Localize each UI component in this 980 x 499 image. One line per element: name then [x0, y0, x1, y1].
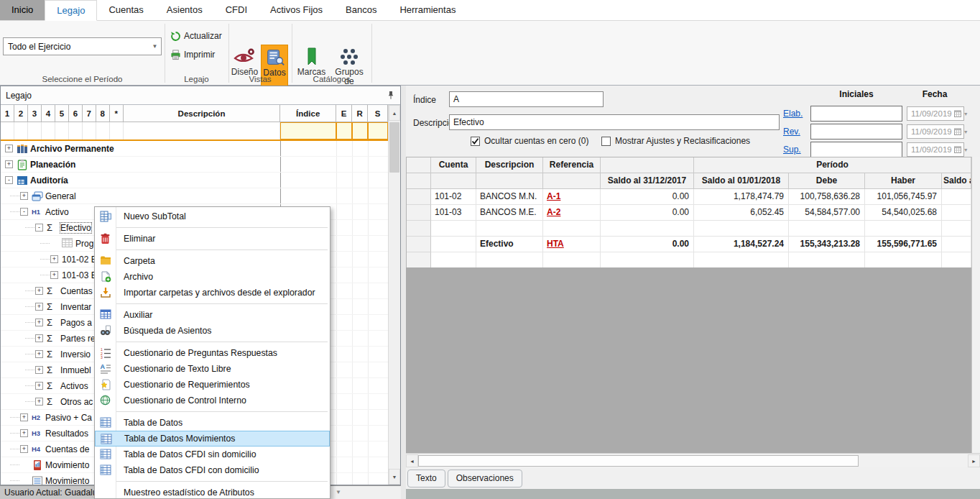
- sup-iniciales-input[interactable]: [810, 142, 902, 157]
- tree-filter-cell[interactable]: [14, 122, 28, 139]
- tree-column-header-6[interactable]: 6: [69, 105, 83, 122]
- cell-saldo-2017[interactable]: 0.00: [601, 189, 694, 205]
- tree-column-header-s[interactable]: S: [368, 105, 388, 122]
- expand-icon[interactable]: +: [35, 366, 43, 374]
- tree-column-header-5[interactable]: 5: [55, 105, 69, 122]
- scroll-right-arrow[interactable]: ►: [968, 454, 980, 467]
- tree-column-header-[interactable]: *: [110, 105, 124, 122]
- cell-debe[interactable]: [789, 221, 865, 237]
- expand-icon[interactable]: +: [50, 255, 58, 263]
- tree-column-header-descripcion[interactable]: Descripción: [124, 105, 281, 122]
- cell-referencia[interactable]: HTA: [543, 237, 601, 252]
- cell-referencia[interactable]: A-2: [543, 205, 601, 221]
- column-header-saldo-al-01-01-2018[interactable]: Saldo al 01/01/2018: [694, 173, 789, 189]
- cell-saldo-2018[interactable]: 1,178,474.79: [694, 189, 789, 205]
- cell-debe[interactable]: 155,343,213.28: [789, 237, 865, 252]
- reference-link[interactable]: A-1: [547, 191, 560, 201]
- cell-saldo-al[interactable]: [942, 252, 971, 268]
- rev-iniciales-input[interactable]: [810, 124, 902, 139]
- imprimir-button[interactable]: Imprimir: [168, 47, 217, 62]
- menu-item-importar-carpetas-y-archivos-desde-el-explorador[interactable]: Importar carpetas y archivos desde el ex…: [95, 285, 330, 301]
- ribbon-tab-legajo[interactable]: Legajo: [45, 0, 97, 21]
- menu-item-auxiliar[interactable]: Auxiliar: [95, 307, 330, 323]
- tree-column-header-1[interactable]: 1: [1, 105, 14, 122]
- tree-filter-cell[interactable]: [28, 122, 42, 139]
- expand-icon[interactable]: +: [5, 145, 13, 152]
- cell-saldo-al[interactable]: [942, 205, 971, 221]
- collapse-icon[interactable]: -: [5, 176, 13, 184]
- expand-icon[interactable]: +: [20, 413, 28, 421]
- cell-saldo-2017[interactable]: [601, 221, 694, 237]
- cell-debe[interactable]: 100,758,636.28: [789, 189, 865, 205]
- cell-saldo-2018[interactable]: 1,184,527.24: [694, 237, 789, 252]
- tree-filter-cell[interactable]: [368, 122, 388, 139]
- tree-filter-cell[interactable]: [110, 122, 124, 139]
- tree-vertical-scrollbar[interactable]: ▲ ▼: [388, 105, 400, 485]
- menu-item-cuestionario-de-preguntas-respuestas[interactable]: 123Cuestionario de Preguntas Respuestas: [95, 345, 330, 361]
- menu-item-tabla-de-datos-movimientos[interactable]: Tabla de Datos Movimientos: [95, 431, 330, 447]
- column-header-saldo-al-31-12-2017[interactable]: Saldo al 31/12/2017: [601, 173, 694, 189]
- tree-filter-cell[interactable]: [69, 122, 83, 139]
- scrollbar-thumb[interactable]: [389, 122, 399, 173]
- tree-filter-cell[interactable]: [42, 122, 55, 139]
- expand-icon[interactable]: +: [35, 334, 43, 342]
- elab-date-picker[interactable]: 11/09/2019▼: [907, 106, 964, 121]
- chevron-down-icon[interactable]: ▼: [149, 43, 161, 50]
- ribbon-tab-bancos[interactable]: Bancos: [334, 0, 388, 20]
- cell-referencia[interactable]: A-1: [543, 189, 601, 205]
- ribbon-tab-cuentas[interactable]: Cuentas: [97, 0, 154, 20]
- scroll-down-arrow[interactable]: ▼: [389, 469, 400, 485]
- pin-icon[interactable]: [387, 91, 395, 100]
- cell-debe[interactable]: [789, 252, 865, 268]
- scroll-up-arrow[interactable]: ▲: [389, 105, 400, 121]
- cell-haber[interactable]: [865, 221, 942, 237]
- cell-descripcion[interactable]: Efectivo: [476, 237, 543, 252]
- collapse-icon[interactable]: -: [20, 208, 28, 216]
- tree-item-planeacion[interactable]: +Planeación: [1, 157, 388, 173]
- tree-column-header-3[interactable]: 3: [28, 105, 42, 122]
- menu-item-tabla-de-datos[interactable]: Tabla de Datos: [95, 415, 330, 431]
- rev-link[interactable]: Rev.: [783, 127, 800, 137]
- cell-haber[interactable]: [865, 252, 942, 268]
- cell-cuenta[interactable]: 101-03: [431, 205, 476, 221]
- column-header-referencia[interactable]: Referencia: [543, 157, 601, 173]
- expand-icon[interactable]: +: [35, 287, 43, 295]
- tree-column-header-e[interactable]: E: [336, 105, 352, 122]
- column-header-descripcion[interactable]: Descripcion: [476, 157, 543, 173]
- elab-link[interactable]: Elab.: [783, 109, 803, 119]
- tree-item-auditoria[interactable]: -Auditoría: [1, 173, 388, 188]
- row-header-cell[interactable]: [407, 252, 431, 268]
- expand-icon[interactable]: +: [20, 429, 28, 437]
- menu-item-cuestionario-de-texto-libre[interactable]: ACuestionario de Texto Libre: [95, 361, 330, 377]
- menu-item-eliminar[interactable]: Eliminar: [95, 231, 330, 247]
- cell-saldo-2018[interactable]: [694, 252, 789, 268]
- column-header-periodo[interactable]: Período: [694, 157, 971, 173]
- cell-descripcion[interactable]: [476, 252, 543, 268]
- cell-descripcion[interactable]: BANCOS M.N.: [476, 189, 543, 205]
- expand-icon[interactable]: +: [35, 350, 43, 358]
- mostrar-checkbox[interactable]: [601, 137, 611, 146]
- expand-icon[interactable]: +: [50, 271, 58, 279]
- cell-referencia[interactable]: [543, 252, 601, 268]
- tree-column-header-7[interactable]: 7: [83, 105, 96, 122]
- menu-item-muestreo-estadistico-de-atributos[interactable]: Muestreo estadístico de Atributos: [95, 485, 330, 499]
- cell-cuenta[interactable]: [431, 221, 476, 237]
- tree-filter-cell[interactable]: [336, 122, 352, 139]
- row-header-cell[interactable]: [407, 205, 431, 221]
- menu-item-tabla-de-datos-cfdi-sin-domicilio[interactable]: Tabla de Datos CFDI sin domicilio: [95, 447, 330, 462]
- ribbon-tab-cfdi[interactable]: CFDI: [214, 0, 259, 20]
- scroll-left-arrow[interactable]: ◄: [406, 454, 418, 467]
- expand-icon[interactable]: +: [20, 192, 28, 200]
- expand-icon[interactable]: +: [35, 303, 43, 311]
- elab-iniciales-input[interactable]: [810, 106, 902, 122]
- cell-saldo-2017[interactable]: 0.00: [601, 237, 694, 252]
- cell-saldo-2017[interactable]: [601, 252, 694, 268]
- menu-item-tabla-de-datos-cfdi-con-domicilio[interactable]: Tabla de Datos CFDI con domicilio: [95, 462, 330, 478]
- cell-haber[interactable]: 54,540,025.68: [865, 205, 942, 221]
- expand-icon[interactable]: +: [35, 319, 43, 326]
- cell-debe[interactable]: 54,584,577.00: [789, 205, 865, 221]
- menu-item-cuestionario-de-requerimientos[interactable]: Cuestionario de Requerimientos: [95, 377, 330, 393]
- cell-referencia[interactable]: [543, 221, 601, 237]
- tree-column-header-8[interactable]: 8: [96, 105, 110, 122]
- column-header-cuenta[interactable]: Cuenta: [431, 157, 476, 173]
